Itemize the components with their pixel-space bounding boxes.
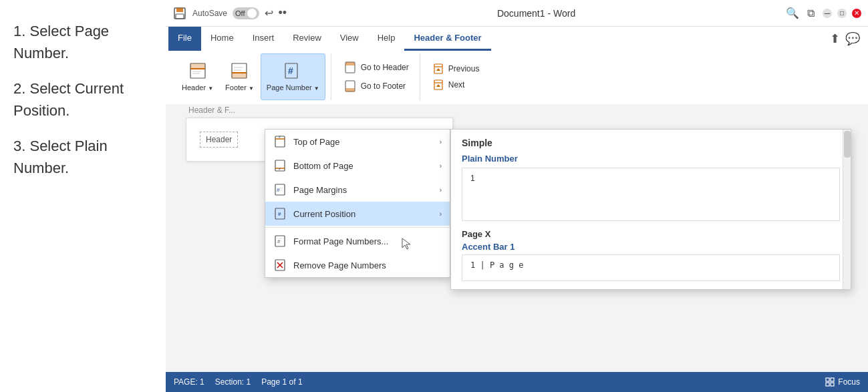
goto-footer-button[interactable]: Go to Footer bbox=[339, 78, 414, 94]
svg-text:#: # bbox=[278, 211, 281, 217]
comments-icon[interactable]: 💬 bbox=[845, 31, 860, 46]
ribbon: File Home Insert Review View Help Header… bbox=[166, 27, 868, 106]
tab-help[interactable]: Help bbox=[368, 27, 405, 51]
menu-item-page-margins[interactable]: # Page Margins › bbox=[265, 178, 450, 202]
title-bar-left: AutoSave Off ↩ •• bbox=[172, 6, 287, 21]
instruction-1: 1. Select Page Number. bbox=[13, 20, 152, 64]
header-icon bbox=[188, 61, 208, 82]
previous-button[interactable]: Previous bbox=[428, 61, 485, 76]
menu-divider-1 bbox=[265, 227, 450, 228]
more-button[interactable]: •• bbox=[279, 6, 287, 20]
next-icon bbox=[434, 79, 444, 90]
title-bar-center: Document1 - Word bbox=[497, 8, 575, 19]
ribbon-group-goto: Go to Header Go to Footer bbox=[334, 53, 420, 100]
svg-rect-44 bbox=[831, 378, 834, 381]
goto-header-button[interactable]: Go to Header bbox=[339, 59, 414, 75]
goto-header-label: Go to Header bbox=[361, 63, 409, 72]
tab-header-footer[interactable]: Header & Footer bbox=[404, 27, 490, 51]
tab-home[interactable]: Home bbox=[201, 27, 243, 51]
search-icon[interactable]: 🔍 bbox=[786, 7, 799, 19]
close-button[interactable]: ✕ bbox=[852, 9, 861, 18]
svg-rect-46 bbox=[831, 383, 834, 386]
tab-insert[interactable]: Insert bbox=[243, 27, 284, 51]
svg-rect-43 bbox=[826, 378, 829, 381]
next-button[interactable]: Next bbox=[428, 77, 485, 92]
page-number-arrow: ▼ bbox=[314, 85, 319, 91]
page-number-icon: # bbox=[283, 61, 303, 82]
header-label: Header ▼ bbox=[182, 83, 213, 92]
format-page-numbers-label: Format Page Numbers... bbox=[293, 236, 388, 246]
status-page: PAGE: 1 bbox=[174, 377, 204, 387]
svg-rect-18 bbox=[345, 88, 355, 91]
share-icon[interactable]: ⬆ bbox=[830, 31, 840, 46]
svg-rect-16 bbox=[345, 62, 355, 65]
page-x-title: Page X bbox=[462, 229, 840, 239]
footer-button[interactable]: Footer ▼ bbox=[220, 53, 259, 100]
previous-icon bbox=[434, 63, 444, 74]
goto-header-icon bbox=[345, 61, 357, 73]
remove-page-numbers-label: Remove Page Numbers bbox=[293, 260, 386, 270]
footer-icon bbox=[229, 61, 249, 82]
menu-item-bottom-of-page[interactable]: # Bottom of Page › bbox=[265, 154, 450, 178]
ribbon-group-nav: Previous Next bbox=[423, 53, 490, 100]
scrollbar[interactable] bbox=[843, 130, 851, 289]
focus-icon bbox=[825, 377, 835, 387]
svg-rect-1 bbox=[176, 8, 183, 12]
title-bar: AutoSave Off ↩ •• Document1 - Word 🔍 ⧉ ─… bbox=[166, 0, 868, 27]
accent-bar-1-title[interactable]: Accent Bar 1 bbox=[462, 242, 840, 252]
svg-text:#: # bbox=[288, 65, 293, 76]
autosave-toggle[interactable]: Off bbox=[233, 7, 259, 19]
svg-text:#: # bbox=[279, 136, 281, 139]
save-icon[interactable] bbox=[172, 6, 187, 21]
page-margins-icon: # bbox=[273, 183, 287, 196]
previous-label: Previous bbox=[448, 64, 480, 73]
menu-item-format-page-numbers[interactable]: # Format Page Numbers... bbox=[265, 229, 450, 253]
bottom-of-page-label: Bottom of Page bbox=[293, 161, 353, 171]
page-number-button[interactable]: # Page Number ▼ bbox=[261, 53, 325, 100]
toggle-circle bbox=[247, 9, 257, 18]
menu-item-current-position[interactable]: # Current Position › bbox=[265, 202, 450, 226]
top-of-page-label: Top of Page bbox=[293, 137, 339, 147]
header-button[interactable]: Header ▼ bbox=[176, 53, 219, 100]
accent-bar-1-preview[interactable]: 1 | P a g e bbox=[462, 254, 840, 281]
remove-page-numbers-icon bbox=[273, 258, 287, 272]
plain-number-title[interactable]: Plain Number bbox=[462, 154, 840, 164]
minimize-button[interactable]: ─ bbox=[823, 9, 832, 18]
tab-file[interactable]: File bbox=[168, 27, 201, 51]
header-arrow: ▼ bbox=[208, 85, 213, 91]
page-number-label: Page Number ▼ bbox=[267, 83, 319, 92]
menu-item-remove-page-numbers[interactable]: Remove Page Numbers bbox=[265, 253, 450, 277]
status-focus[interactable]: Focus bbox=[825, 377, 860, 387]
tab-review[interactable]: Review bbox=[283, 27, 331, 51]
ribbon-group-header-footer: Header ▼ Footer ▼ bbox=[171, 53, 331, 100]
undo-button[interactable]: ↩ bbox=[265, 7, 273, 19]
svg-rect-4 bbox=[190, 63, 205, 69]
title-bar-right: 🔍 ⧉ ─ □ ✕ bbox=[786, 7, 861, 19]
submenu-section-title: Simple bbox=[462, 138, 840, 148]
restore-icon[interactable]: ⧉ bbox=[807, 7, 815, 19]
tab-view[interactable]: View bbox=[331, 27, 368, 51]
next-label: Next bbox=[448, 80, 465, 89]
submenu-current-position: Simple Plain Number 1 Page X Accent Bar … bbox=[450, 129, 851, 290]
scrollbar-thumb[interactable] bbox=[844, 131, 851, 158]
document-title: Document1 - Word bbox=[497, 8, 575, 19]
instruction-3: 3. Select Plain Number. bbox=[13, 135, 152, 179]
autosave-label: AutoSave bbox=[192, 9, 227, 18]
maximize-button[interactable]: □ bbox=[837, 9, 847, 18]
plain-number-preview[interactable]: 1 bbox=[462, 168, 840, 221]
status-section: Section: 1 bbox=[215, 377, 251, 387]
ribbon-content: Header ▼ Footer ▼ bbox=[166, 51, 868, 104]
svg-rect-45 bbox=[826, 383, 829, 386]
menu-item-top-of-page[interactable]: # Top of Page › bbox=[265, 130, 450, 154]
current-position-arrow: › bbox=[440, 210, 442, 218]
ribbon-tab-icons: ⬆ 💬 bbox=[830, 31, 865, 46]
header-box: Header bbox=[200, 132, 238, 148]
page-margins-arrow: › bbox=[440, 186, 442, 194]
bottom-of-page-icon: # bbox=[273, 159, 287, 172]
goto-footer-label: Go to Footer bbox=[361, 81, 406, 91]
svg-marker-24 bbox=[436, 84, 440, 87]
svg-text:#: # bbox=[277, 238, 281, 244]
window-controls: ─ □ ✕ bbox=[823, 9, 861, 18]
status-page-count: Page 1 of 1 bbox=[261, 377, 302, 387]
svg-rect-2 bbox=[176, 14, 184, 19]
